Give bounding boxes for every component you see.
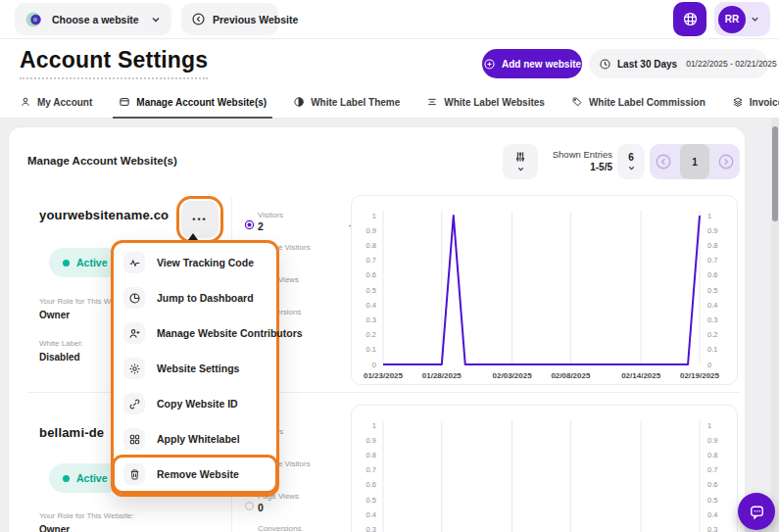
svg-text:0.9: 0.9: [707, 226, 717, 235]
visitors-chart-row2: 01/23/202501/28/202502/03/202502/08/2025…: [351, 405, 738, 532]
svg-text:1: 1: [707, 212, 711, 220]
clock-icon: [599, 58, 611, 71]
svg-text:0.3: 0.3: [707, 315, 717, 324]
svg-text:0.4: 0.4: [366, 301, 376, 310]
svg-text:0.1: 0.1: [707, 345, 717, 354]
tab-label: White Label Websites: [444, 97, 545, 108]
shown-entries-label: Shown Entries: [541, 149, 612, 160]
account-settings-page: Choose a website Previous Website RR Acc…: [0, 0, 779, 532]
svg-text:0: 0: [707, 361, 711, 369]
scrollbar-thumb[interactable]: [772, 126, 778, 221]
link-icon: [128, 398, 141, 411]
svg-text:0.5: 0.5: [707, 496, 717, 505]
chevron-down-icon: [750, 14, 760, 24]
user-icon: [20, 96, 31, 108]
avatar: RR: [718, 6, 746, 33]
tab-manage-account-websites[interactable]: Manage Account Website(s): [119, 86, 267, 119]
add-new-website-button[interactable]: Add new website: [482, 49, 582, 78]
apps-icon: [682, 11, 699, 27]
menu-item-label: Remove Website: [157, 468, 239, 480]
lines-icon: [426, 96, 438, 108]
dashboard-icon: [128, 292, 141, 305]
svg-text:0.8: 0.8: [366, 451, 376, 459]
sliders-icon: [513, 150, 527, 164]
next-circle-icon[interactable]: [717, 153, 735, 170]
tabs: My Account Manage Account Website(s) Whi…: [0, 86, 779, 119]
ellipsis-icon: •••: [192, 215, 207, 224]
status-dot-icon: [63, 260, 70, 266]
row-actions-button[interactable]: •••: [181, 201, 219, 238]
svg-text:0.2: 0.2: [366, 330, 376, 339]
add-new-website-label: Add new website: [502, 59, 581, 70]
stat-visitors: Visitors 2 +100%: [243, 211, 353, 240]
previous-website-button[interactable]: Previous Website: [181, 3, 278, 35]
gear-icon: [128, 363, 141, 375]
menu-item-jump-to-dashboard[interactable]: Jump to Dashboard: [114, 280, 276, 315]
tab-label: Manage Account Website(s): [136, 97, 267, 108]
date-range-picker[interactable]: Last 30 Days 01/22/2025 - 02/21/2025: [589, 49, 768, 78]
menu-item-label: Apply Whitelabel: [157, 433, 240, 445]
tab-label: Invoices: [750, 97, 779, 108]
chat-fab-button[interactable]: [738, 493, 775, 530]
page-size-select[interactable]: 6: [617, 144, 645, 179]
svg-text:0.7: 0.7: [366, 256, 376, 265]
menu-item-view-tracking-code[interactable]: View Tracking Code: [114, 245, 276, 280]
apps-button[interactable]: [673, 2, 706, 36]
row-actions-menu: View Tracking Code Jump to Dashboard Man…: [111, 240, 279, 497]
chevron-down-icon: [516, 165, 525, 173]
menu-item-apply-whitelabel[interactable]: Apply Whitelabel: [114, 421, 276, 457]
page-title: Account Settings: [20, 47, 208, 79]
white-label-label: White Label:: [39, 339, 82, 348]
svg-text:0.5: 0.5: [366, 496, 376, 505]
svg-text:0.8: 0.8: [707, 241, 717, 250]
stat-value: 0: [258, 502, 264, 513]
tab-white-label-websites[interactable]: White Label Websites: [426, 86, 545, 119]
svg-text:02/08/2025: 02/08/2025: [551, 371, 591, 380]
user-menu[interactable]: RR: [714, 2, 770, 36]
current-page[interactable]: 1: [680, 144, 709, 179]
tab-label: My Account: [37, 97, 92, 108]
svg-text:0.8: 0.8: [366, 241, 376, 250]
svg-text:0.7: 0.7: [707, 256, 717, 265]
tab-white-label-commission[interactable]: White Label Commission: [571, 86, 706, 119]
previous-website-label: Previous Website: [213, 14, 298, 25]
svg-text:0.6: 0.6: [366, 270, 376, 279]
svg-text:0.4: 0.4: [707, 510, 717, 519]
role-value: Owner: [39, 524, 70, 532]
menu-item-copy-website-id[interactable]: Copy Website ID: [114, 386, 276, 421]
svg-text:0.9: 0.9: [707, 436, 717, 445]
target-icon: [243, 218, 256, 231]
svg-text:0: 0: [372, 361, 376, 369]
status-label: Active: [76, 257, 108, 268]
back-circle-icon: [191, 12, 206, 26]
pulse-icon: [128, 257, 141, 269]
filter-button[interactable]: [503, 144, 538, 179]
prev-circle-icon[interactable]: [655, 153, 672, 170]
choose-website-dropdown[interactable]: Choose a website: [15, 3, 171, 35]
pagination: 1: [650, 144, 740, 179]
menu-item-manage-website-contributors[interactable]: Manage Website Contributors: [114, 315, 276, 351]
svg-text:0.9: 0.9: [366, 226, 376, 235]
svg-text:0.6: 0.6: [366, 480, 376, 489]
visitors-chart-row1: 01/23/202501/28/202502/03/202502/08/2025…: [351, 195, 738, 385]
white-label-value: Disabled: [39, 352, 80, 363]
role-label: Your Role for This Website:: [39, 511, 134, 520]
svg-text:01/23/2025: 01/23/2025: [364, 371, 404, 380]
tab-my-account[interactable]: My Account: [20, 86, 92, 119]
svg-text:0.8: 0.8: [707, 451, 717, 459]
menu-item-label: View Tracking Code: [157, 257, 254, 268]
tab-invoices[interactable]: Invoices: [732, 86, 779, 119]
menu-item-remove-website[interactable]: Remove Website: [114, 457, 276, 492]
svg-text:02/03/2025: 02/03/2025: [493, 371, 533, 380]
svg-text:1: 1: [372, 212, 376, 220]
svg-text:0.3: 0.3: [366, 525, 376, 532]
chevron-down-icon: [627, 164, 636, 172]
tab-white-label-theme[interactable]: White Label Theme: [293, 86, 400, 119]
svg-text:0.7: 0.7: [707, 465, 717, 474]
svg-text:1: 1: [372, 421, 376, 430]
menu-item-website-settings[interactable]: Website Settings: [114, 351, 276, 386]
trash-icon: [128, 468, 141, 481]
website-name: bellami-de: [39, 425, 104, 440]
menu-caret-icon: [188, 233, 198, 240]
stat-conversions: Conversions: [243, 524, 353, 532]
